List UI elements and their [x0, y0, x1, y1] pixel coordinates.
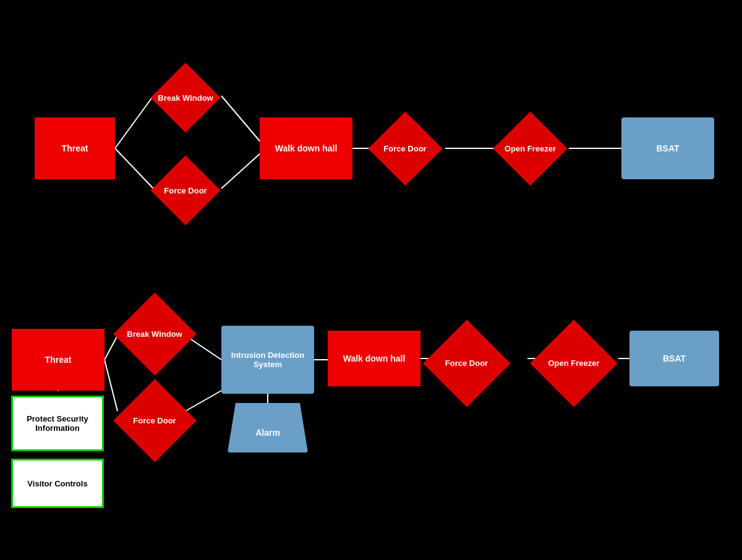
threat-node-bottom: Threat: [12, 329, 104, 391]
break-window-diamond-top: Break Window: [136, 61, 235, 135]
threat-node-top: Threat: [35, 117, 115, 179]
force-door-diamond-bottom: Force Door: [105, 377, 204, 464]
break-window-diamond-bottom: Break Window: [105, 291, 204, 377]
open-freezer-diamond-top: Open Freezer: [482, 110, 578, 187]
bsat-node-top: BSAT: [621, 117, 714, 179]
protect-security-node: Protect Security Information: [11, 396, 104, 451]
intrusion-detection-node: Intrusion Detection System: [221, 326, 314, 394]
force-door-diamond-bottom-right: Force Door: [416, 315, 518, 411]
diagram-container: Threat Break Window Force Door Walk down…: [0, 0, 742, 560]
bsat-node-bottom: BSAT: [629, 331, 719, 386]
force-door-diamond-top-right: Force Door: [359, 110, 451, 187]
walk-down-hall-node-top: Walk down hall: [260, 117, 352, 179]
walk-down-hall-node-bottom: Walk down hall: [328, 331, 420, 386]
connector-lines: [0, 0, 742, 560]
open-freezer-diamond-bottom: Open Freezer: [524, 315, 623, 411]
visitor-controls-node: Visitor Controls: [11, 459, 104, 508]
force-door-diamond-top: Force Door: [136, 153, 235, 227]
alarm-node: Alarm: [228, 403, 308, 452]
